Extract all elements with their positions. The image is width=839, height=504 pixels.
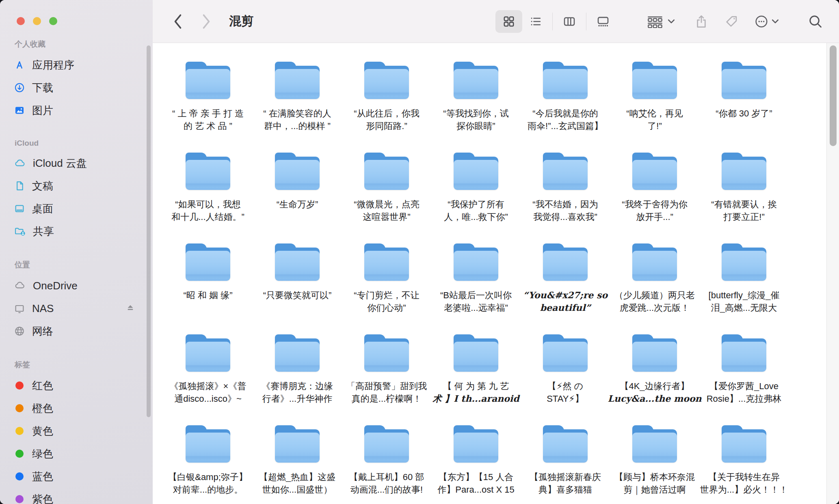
folder-label: “微微晨光，点亮这喧嚣世界” — [354, 198, 419, 223]
folder-icon — [719, 424, 769, 463]
content-scrollbar[interactable] — [830, 45, 837, 146]
search-button[interactable] — [808, 14, 823, 29]
sidebar-item-nas[interactable]: NAS — [14, 297, 153, 320]
folder-item[interactable]: 【爱你罗茜_LoveRosie】...克拉弗林 — [699, 324, 789, 415]
view-gallery-button[interactable] — [590, 10, 616, 33]
sidebar-item-applications[interactable]: 应用程序 — [14, 54, 153, 76]
sidebar-item-label: OneDrive — [33, 280, 78, 292]
folder-item[interactable]: “我不结婚，因为我觉得...喜欢我” — [521, 142, 610, 233]
folder-item[interactable]: “You&#x27;re sobeautiful” — [521, 233, 610, 324]
folder-item[interactable]: “我终于舍得为你放开手...” — [610, 142, 699, 233]
folder-item[interactable]: “有错就要认，挨打要立正!” — [699, 142, 789, 233]
folder-item[interactable]: 【关于我转生在异世界为...】必火！！！ — [699, 415, 789, 504]
folder-label: 「高甜预警」甜到我真的是...柠檬啊！ — [346, 380, 427, 405]
folder-item[interactable]: “今后我就是你的雨伞!”...玄武国篇】 — [521, 51, 610, 142]
sidebar-section-favorites: 个人收藏 — [15, 39, 153, 50]
sidebar-item-label: 紫色 — [32, 492, 53, 504]
sidebar-item-onedrive[interactable]: OneDrive — [14, 274, 153, 297]
folder-icon — [272, 333, 322, 373]
folder-item[interactable]: 【超燃_热血】这盛世如你...国盛世） — [253, 415, 342, 504]
back-button[interactable] — [169, 11, 187, 32]
sidebar-item-pictures[interactable]: 图片 — [14, 99, 153, 122]
sidebar-item-downloads[interactable]: 下载 — [14, 76, 153, 99]
sidebar-item-label: 橙色 — [32, 401, 53, 416]
sidebar-item-tag-orange[interactable]: 橙色 — [14, 397, 153, 420]
folder-item[interactable]: 【孤独摇滚新春庆典】喜多猫猫 — [521, 415, 610, 504]
folder-icon — [272, 60, 322, 100]
view-columns-icon — [563, 15, 576, 28]
more-button[interactable] — [755, 15, 779, 28]
close-button[interactable] — [17, 17, 25, 25]
share-button[interactable] — [694, 14, 708, 29]
folder-icon — [630, 242, 679, 282]
folder-icon — [362, 242, 411, 282]
folder-item[interactable]: 《赛博朋克：边缘行者》...升华神作 — [253, 324, 342, 415]
sidebar-item-tag-blue[interactable]: 蓝色 — [14, 465, 153, 488]
folder-item[interactable]: “微微晨光，点亮这喧嚣世界” — [342, 142, 431, 233]
sidebar-item-documents[interactable]: 文稿 — [14, 174, 153, 197]
folder-item[interactable]: “昭 和 姻 缘” — [163, 233, 253, 324]
minimize-button[interactable] — [33, 17, 41, 25]
folder-item[interactable]: 「高甜预警」甜到我真的是...柠檬啊！ — [342, 324, 431, 415]
sidebar-item-label: iCloud 云盘 — [33, 156, 87, 170]
folder-label: “昭 和 姻 缘” — [184, 289, 233, 302]
sidebar-item-icloud-drive[interactable]: iCloud 云盘 — [14, 152, 153, 174]
search-icon — [808, 14, 823, 29]
folder-item[interactable]: “生命万岁” — [253, 142, 342, 233]
folder-icon — [630, 60, 679, 100]
sidebar-item-desktop[interactable]: 桌面 — [14, 197, 153, 220]
folder-item[interactable]: 【戴上耳机】60 部动画混...们的故事! — [342, 415, 431, 504]
folder-item[interactable]: 【白银&amp;弥子】对前辈...的地步。 — [163, 415, 253, 504]
group-by-button[interactable] — [646, 15, 675, 28]
folder-item[interactable]: “从此往后，你我形同陌路.” — [342, 51, 431, 142]
folder-item[interactable]: “B站最后一次叫你老婆啦...远幸福” — [431, 233, 521, 324]
sidebar-item-tag-yellow[interactable]: 黄色 — [14, 420, 153, 442]
folder-item[interactable]: [butterfly_综漫_催泪_高燃...无限大 — [699, 233, 789, 324]
folder-item[interactable]: 【 何 为 第 九 艺术 】I th...aranoid — [431, 324, 521, 415]
folder-label: “我终于舍得为你放开手...” — [622, 198, 687, 223]
cloud-icon — [14, 280, 26, 291]
folder-item[interactable]: “只要微笑就可以” — [253, 233, 342, 324]
tag-button[interactable] — [724, 15, 738, 28]
forward-button[interactable] — [197, 11, 215, 32]
folder-icon — [451, 424, 501, 463]
folder-item[interactable]: “如果可以，我想和十几...人结婚。” — [163, 142, 253, 233]
folder-item[interactable]: “我保护了所有人，唯...救下你” — [431, 142, 521, 233]
folder-item[interactable]: 【东方】【15 人合作】Para...ost X 15 — [431, 415, 521, 504]
folder-item[interactable]: （少儿频道）两只老虎爱跳...次元版！ — [610, 233, 699, 324]
sidebar-item-tag-red[interactable]: 红色 — [14, 374, 153, 397]
folder-item[interactable]: “你都 30 岁了” — [699, 51, 789, 142]
folder-item[interactable]: “专门剪烂，不让你们心动” — [342, 233, 431, 324]
folder-item[interactable]: 【4K_边缘行者】Lucy&a...the moon — [610, 324, 699, 415]
sidebar-item-tag-purple[interactable]: 紫色 — [14, 488, 153, 504]
sidebar-scrollbar[interactable] — [147, 45, 151, 417]
document-icon — [14, 180, 25, 192]
folder-icon — [183, 242, 233, 282]
zoom-button[interactable] — [49, 17, 57, 25]
sidebar-item-shared[interactable]: 共享 — [14, 220, 153, 243]
folder-item[interactable]: “呐艾伦，再见了!” — [610, 51, 699, 142]
folder-item[interactable]: “等我找到你，试探你眼睛” — [431, 51, 521, 142]
folder-label: 【4K_边缘行者】Lucy&a...the moon — [608, 380, 701, 405]
sidebar-item-label: 下载 — [32, 81, 53, 95]
icloud-icon — [14, 157, 26, 169]
eject-icon[interactable] — [125, 304, 136, 313]
pictures-icon — [14, 105, 25, 116]
desktop-icon — [14, 203, 25, 214]
folder-item[interactable]: “ 上 帝 亲 手 打 造的 艺 术 品 ” — [163, 51, 253, 142]
folder-item[interactable]: 【⚡然 のSTAY⚡】 — [521, 324, 610, 415]
folder-icon — [451, 60, 501, 100]
view-grid-button[interactable] — [495, 10, 522, 33]
folder-item[interactable]: 《孤独摇滚》×《普通disco...isco》~ — [163, 324, 253, 415]
view-list-button[interactable] — [522, 10, 549, 33]
sidebar-section-icloud: iCloud — [15, 139, 153, 148]
sidebar-item-network[interactable]: 网络 — [14, 320, 153, 342]
folder-item[interactable]: 【顾与】桥本环奈混剪｜她曾活过啊 — [610, 415, 699, 504]
sidebar-item-tag-green[interactable]: 绿色 — [14, 442, 153, 465]
display-icon — [14, 303, 25, 314]
view-columns-button[interactable] — [556, 10, 583, 33]
chevron-down-icon — [772, 19, 779, 24]
folder-item[interactable]: “ 在满脸笑容的人群中，...的模样 ” — [253, 51, 342, 142]
sidebar-item-label: 网络 — [32, 324, 53, 338]
download-icon — [14, 82, 25, 93]
